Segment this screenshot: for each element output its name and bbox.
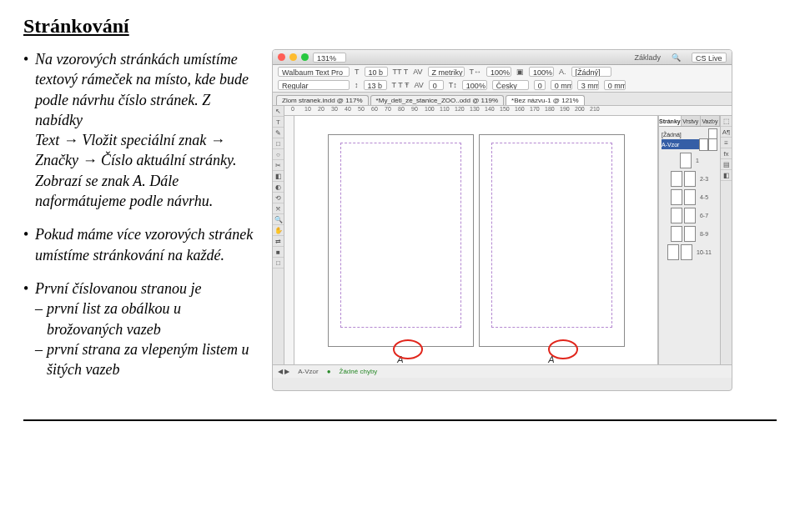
font-size-field[interactable]: 10 b xyxy=(365,67,388,77)
hand-tool[interactable]: ✋ xyxy=(273,225,284,236)
panel-body: [Žádná] A-Vzor 1 2-3 xyxy=(659,127,720,364)
para1c: Zobrazí se znak A. Dále naformátujeme po… xyxy=(35,173,213,209)
metrics-field[interactable]: Z metriky xyxy=(428,67,465,77)
dock-icon[interactable]: ≡ xyxy=(721,138,732,148)
rect-tool[interactable]: □ xyxy=(273,138,284,149)
gradient-tool[interactable]: ◧ xyxy=(273,171,284,182)
kern2-icon: AV xyxy=(415,81,424,89)
zoom-icon[interactable] xyxy=(301,53,309,61)
fill-swatch[interactable]: ■ xyxy=(273,247,284,258)
page-row[interactable]: 1 xyxy=(662,153,717,168)
stroke-swatch[interactable]: □ xyxy=(273,258,284,269)
basics-label[interactable]: Základy xyxy=(634,53,661,62)
lang-field[interactable]: Česky xyxy=(492,80,529,90)
sub-2: první strana za vlepeným listem u šitých… xyxy=(35,339,257,380)
bullet-3: První číslovanou stranou je první list z… xyxy=(23,279,257,379)
cslive-button[interactable]: CS Live xyxy=(692,53,727,63)
font-family-field[interactable]: Walbaum Text Pro xyxy=(278,67,350,77)
page-divider xyxy=(23,419,777,421)
dock-icon[interactable]: fx xyxy=(721,148,732,159)
master-none-label: [Žádná] xyxy=(662,132,682,138)
size-icon: T xyxy=(355,68,360,76)
para-a[interactable]: 0 xyxy=(534,80,546,90)
tick: 30 xyxy=(331,106,338,112)
font-style-field[interactable]: Regular xyxy=(278,80,350,90)
tick: 120 xyxy=(455,106,465,112)
para-d[interactable]: 0 mm xyxy=(604,80,626,90)
tick: 90 xyxy=(411,106,418,112)
ruler-vertical xyxy=(284,116,294,364)
page-row[interactable]: 6-7 xyxy=(662,208,717,223)
dock-right: ⬚ A¶ ≡ fx ▤ ◧ xyxy=(720,116,732,364)
tab-1[interactable]: Zlom stranek.indd @ 117% xyxy=(276,95,369,105)
page-title: Stránkování xyxy=(23,15,777,38)
tick: 180 xyxy=(545,106,555,112)
sub-1: první list za obálkou u brožovaných vaze… xyxy=(35,299,257,339)
scissors-tool[interactable]: ✂ xyxy=(273,160,284,171)
hscale-field[interactable]: 100% xyxy=(486,67,511,77)
page-row[interactable]: 8-9 xyxy=(662,226,717,242)
para1a: Na vzorových stránkách umístíme textový … xyxy=(35,51,249,128)
tick: 50 xyxy=(358,106,365,112)
dock-icon[interactable]: ◧ xyxy=(721,170,732,181)
tick: 200 xyxy=(575,106,585,112)
type-tool[interactable]: T xyxy=(273,117,284,128)
left-column: Na vzorových stránkách umístíme textový … xyxy=(23,49,257,393)
page-row[interactable]: 2-3 xyxy=(662,171,717,187)
dock-icon[interactable]: ⬚ xyxy=(721,116,732,127)
canvas[interactable]: A A xyxy=(294,116,658,364)
tab-3[interactable]: *Bez názvu-1 @ 121% xyxy=(506,95,585,105)
close-icon[interactable] xyxy=(278,53,285,61)
blend-tool[interactable]: ◐ xyxy=(273,182,284,193)
indesign-screenshot: 131% Základy 🔍 CS Live Walbaum Text Pro … xyxy=(272,49,732,391)
selection-tool[interactable]: ↖ xyxy=(273,106,284,117)
titlebar: 131% Základy 🔍 CS Live xyxy=(273,50,732,65)
page-list: 1 2-3 4-5 6-7 8-9 10-11 xyxy=(662,153,717,260)
pages-panel: Stránky Vrstvy Vazby [Žádná] xyxy=(658,116,720,364)
canvas-wrap: 0 10 20 30 40 50 60 70 80 90 100 110 xyxy=(284,106,732,364)
tick: 190 xyxy=(560,106,570,112)
tab-layers[interactable]: Vrstvy xyxy=(682,116,701,126)
tick: 150 xyxy=(500,106,510,112)
pen-tool[interactable]: ✎ xyxy=(273,128,284,138)
tab-2[interactable]: *My_deti_ze_stanice_ZOO..odd @ 119% xyxy=(370,95,504,105)
tick: 80 xyxy=(398,106,405,112)
para3: První číslovanou stranou je xyxy=(35,280,201,297)
dock-icon[interactable]: ▤ xyxy=(721,159,732,170)
zoom-field[interactable]: 131% xyxy=(313,53,346,63)
ellipse-tool[interactable]: ○ xyxy=(273,149,284,160)
leading-field[interactable]: 13 b xyxy=(364,80,387,90)
rotate-tool[interactable]: ⟲ xyxy=(273,193,284,203)
tick: 20 xyxy=(318,106,325,112)
minimize-icon[interactable] xyxy=(289,53,297,61)
search-icon[interactable]: 🔍 xyxy=(672,53,681,62)
tick: 110 xyxy=(440,106,450,112)
status-master[interactable]: A-Vzor xyxy=(298,368,318,375)
tick: 100 xyxy=(425,106,435,112)
bullet-2: Pokud máme více vzorových stránek umístí… xyxy=(23,224,257,265)
para-b[interactable]: 0 mm xyxy=(551,80,572,90)
master-page-left[interactable]: A xyxy=(328,134,474,347)
docview-field[interactable]: 100% xyxy=(529,67,554,77)
master-page-right[interactable]: A xyxy=(479,134,625,347)
page-row[interactable]: 10-11 xyxy=(662,244,717,260)
para-c[interactable]: 3 mm xyxy=(577,80,599,90)
transform-tool[interactable]: ⤧ xyxy=(273,203,284,214)
vscale-field[interactable]: 100% xyxy=(462,80,487,90)
tick: 10 xyxy=(304,106,311,112)
zoomtool-icon[interactable]: 🔍 xyxy=(273,214,284,225)
master-avzor[interactable]: A-Vzor xyxy=(662,139,717,149)
tick: 170 xyxy=(530,106,540,112)
margin-guide xyxy=(491,143,612,328)
swap-tool[interactable]: ⇄ xyxy=(273,236,284,247)
Tframe-icon: ▣ xyxy=(516,68,524,76)
dock-icon[interactable]: A¶ xyxy=(721,127,732,138)
parastyle-field[interactable]: [Žádný] xyxy=(571,67,611,77)
tab-pages[interactable]: Stránky xyxy=(659,116,682,126)
tick: 40 xyxy=(345,106,351,112)
vscale-icon: T↕ xyxy=(449,81,457,89)
tab-links[interactable]: Vazby xyxy=(701,116,720,126)
page-row[interactable]: 4-5 xyxy=(662,189,717,205)
control-bar: Walbaum Text Pro T 10 b TT T AV Z metrik… xyxy=(273,65,732,93)
track1-field[interactable]: 0 xyxy=(429,80,444,90)
